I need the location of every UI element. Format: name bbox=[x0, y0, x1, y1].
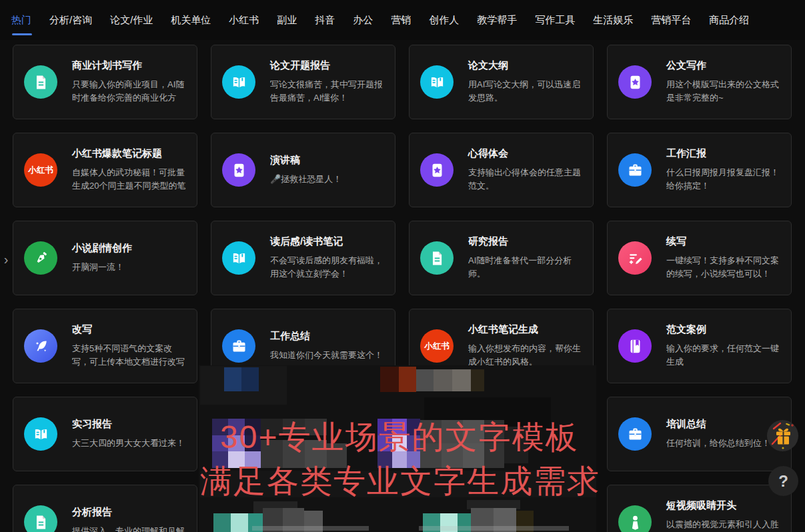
card-title: 短视频吸睛开头 bbox=[666, 499, 780, 512]
card-title: 工作汇报 bbox=[666, 147, 780, 160]
card-title: 实习报告 bbox=[72, 418, 186, 431]
star-card-icon bbox=[420, 153, 454, 187]
card-description: 用这个模版写出来的公文格式是非常完整的~ bbox=[666, 78, 780, 105]
briefcase-icon bbox=[618, 153, 652, 187]
category-tab-bar: 热门分析/咨询论文/作业机关单位小红书副业抖音办公营销创作人教学帮手写作工具生活… bbox=[0, 0, 805, 40]
nav-tab-label: 热门 bbox=[11, 14, 31, 25]
card-title: 演讲稿 bbox=[270, 154, 384, 167]
nav-tab[interactable]: 营销 bbox=[391, 14, 411, 27]
card-title: 论文大纲 bbox=[468, 59, 582, 72]
card-description: 以震撼的视觉元素和引人入胜的 bbox=[666, 518, 780, 532]
template-card[interactable]: 短视频吸睛开头以震撼的视觉元素和引人入胜的 bbox=[607, 485, 792, 532]
nav-tab-label: 抖音 bbox=[315, 14, 335, 25]
card-title: 小红书爆款笔记标题 bbox=[72, 147, 186, 160]
briefcase-icon bbox=[222, 329, 255, 363]
card-description: 只要输入你的商业项目，AI随时准备给你完善的商业化方案。 bbox=[72, 78, 186, 105]
help-button[interactable]: ? bbox=[768, 466, 798, 496]
card-description: 任何培训，给你总结到位！ bbox=[666, 437, 780, 450]
template-card[interactable]: 小红书小红书爆款笔记标题自媒体人的武功秘籍！可批量生成20个同主题不同类型的笔记… bbox=[13, 133, 197, 207]
nav-tab[interactable]: 商品介绍 bbox=[709, 14, 749, 27]
card-description: 写论文很痛苦，其中写开题报告最痛苦，AI懂你！ bbox=[270, 78, 384, 105]
nav-tab[interactable]: 机关单位 bbox=[171, 14, 211, 27]
open-book-icon bbox=[24, 417, 57, 451]
nav-tab[interactable]: 营销平台 bbox=[651, 14, 691, 27]
template-card[interactable]: 实习报告大三大四的男大女大看过来！ bbox=[13, 397, 197, 471]
card-description: 不会写读后感的朋友有福啦，用这个就立刻学会！ bbox=[270, 254, 384, 281]
card-description: 输入你的要求，任何范文一键生成 bbox=[666, 342, 780, 369]
promo-gift-button[interactable] bbox=[767, 420, 798, 451]
card-description: 提供深入、专业的理解和见解 bbox=[72, 525, 186, 532]
template-card[interactable]: 商业计划书写作只要输入你的商业项目，AI随时准备给你完善的商业化方案。 bbox=[13, 45, 197, 119]
nav-tab-label: 写作工具 bbox=[535, 14, 575, 25]
template-card[interactable]: 范文案例输入你的要求，任何范文一键生成 bbox=[607, 309, 792, 383]
card-title: 小红书笔记生成 bbox=[468, 323, 582, 336]
xiaohongshu-icon: 小红书 bbox=[24, 153, 57, 187]
card-description: 🎤拯救社恐星人！ bbox=[270, 173, 384, 186]
template-card[interactable]: 论文开题报告写论文很痛苦，其中写开题报告最痛苦，AI懂你！ bbox=[211, 45, 395, 119]
nav-tab-label: 机关单位 bbox=[171, 14, 211, 25]
nav-tab[interactable]: 生活娱乐 bbox=[593, 14, 633, 27]
nav-tab[interactable]: 办公 bbox=[353, 14, 373, 27]
xiaohongshu-icon: 小红书 bbox=[420, 329, 454, 363]
template-card[interactable]: 公文写作用这个模版写出来的公文格式是非常完整的~ bbox=[607, 45, 792, 119]
card-title: 读后感/读书笔记 bbox=[270, 235, 384, 248]
template-card[interactable]: 分析报告提供深入、专业的理解和见解 bbox=[13, 485, 197, 532]
expand-panel-button[interactable]: › bbox=[0, 249, 12, 269]
template-card[interactable]: 研究报告AI随时准备替代一部分分析师。 bbox=[409, 221, 594, 295]
notebook-icon bbox=[618, 329, 652, 363]
card-title: 工作总结 bbox=[270, 330, 384, 343]
nav-tab-label: 副业 bbox=[277, 14, 297, 25]
template-card[interactable]: 演讲稿🎤拯救社恐星人！ bbox=[211, 133, 395, 207]
document-icon bbox=[420, 241, 454, 275]
card-title: 改写 bbox=[72, 323, 186, 336]
nav-tab[interactable]: 创作人 bbox=[429, 14, 459, 27]
nav-tab-label: 营销平台 bbox=[651, 14, 691, 25]
template-card[interactable]: 培训总结任何培训，给你总结到位！ bbox=[607, 397, 792, 471]
card-title: 研究报告 bbox=[468, 235, 582, 248]
star-card-icon bbox=[618, 65, 652, 99]
feather-icon bbox=[24, 329, 57, 363]
nav-tab-label: 分析/咨询 bbox=[49, 14, 92, 25]
card-description: AI随时准备替代一部分分析师。 bbox=[468, 254, 582, 281]
briefcase-icon bbox=[618, 417, 652, 451]
card-description: 大三大四的男大女大看过来！ bbox=[72, 437, 186, 450]
card-title: 论文开题报告 bbox=[270, 59, 384, 72]
template-card[interactable]: 续写一键续写！支持多种不同文案的续写，小说续写也可以！ bbox=[607, 221, 792, 295]
nav-tab[interactable]: 小红书 bbox=[229, 14, 259, 27]
active-tab-underline bbox=[12, 33, 32, 35]
template-card[interactable]: 读后感/读书笔记不会写读后感的朋友有福啦，用这个就立刻学会！ bbox=[211, 221, 395, 295]
nav-tab[interactable]: 教学帮手 bbox=[477, 14, 517, 27]
card-description: 我知道你们今天就需要这个！ bbox=[270, 349, 384, 362]
nav-tab[interactable]: 热门 bbox=[11, 14, 31, 27]
nav-tab[interactable]: 副业 bbox=[277, 14, 297, 27]
nav-tab[interactable]: 抖音 bbox=[315, 14, 335, 27]
document-icon bbox=[24, 505, 57, 532]
nav-tab[interactable]: 写作工具 bbox=[535, 14, 575, 27]
continue-edit-icon bbox=[618, 241, 652, 275]
card-title: 培训总结 bbox=[666, 418, 780, 431]
card-title: 商业计划书写作 bbox=[72, 59, 186, 72]
censored-region bbox=[199, 365, 596, 532]
template-card[interactable]: 工作汇报什么日报周报月报复盘汇报！给你搞定！ bbox=[607, 133, 792, 207]
nav-tab[interactable]: 分析/咨询 bbox=[49, 14, 92, 27]
xiaohongshu-logo-text: 小红书 bbox=[28, 165, 53, 176]
star-card-icon bbox=[222, 153, 255, 187]
template-card[interactable]: 小说剧情创作开脑洞一流！ bbox=[13, 221, 197, 295]
card-description: 自媒体人的武功秘籍！可批量生成20个同主题不同类型的笔记标... bbox=[72, 166, 186, 193]
card-title: 分析报告 bbox=[72, 506, 186, 519]
nav-tab-label: 商品介绍 bbox=[709, 14, 749, 25]
gift-icon bbox=[768, 421, 798, 451]
template-card[interactable]: 论文大纲用AI写论文大纲，可以迅速启发思路。 bbox=[409, 45, 594, 119]
card-title: 续写 bbox=[666, 235, 780, 248]
nav-tab-label: 教学帮手 bbox=[477, 14, 517, 25]
document-icon bbox=[24, 65, 57, 99]
nav-tab[interactable]: 论文/作业 bbox=[110, 14, 153, 27]
person-icon bbox=[618, 505, 652, 532]
chevron-right-icon: › bbox=[4, 252, 9, 267]
template-card[interactable]: 心得体会支持输出心得体会的任意主题范文。 bbox=[409, 133, 594, 207]
xiaohongshu-logo-text: 小红书 bbox=[424, 341, 450, 352]
card-title: 心得体会 bbox=[468, 147, 582, 160]
template-card[interactable]: 改写支持5种不同语气的文案改写，可上传本地文档进行改写哟 bbox=[13, 309, 197, 383]
card-description: 什么日报周报月报复盘汇报！给你搞定！ bbox=[666, 166, 780, 193]
nav-tab-label: 论文/作业 bbox=[110, 14, 153, 25]
